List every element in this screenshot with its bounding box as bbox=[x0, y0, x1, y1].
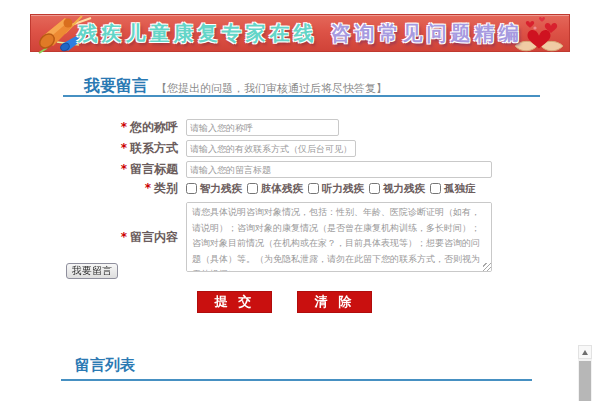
section-note: 【您提出的问题，我们审核通过后将尽快答复】 bbox=[156, 78, 387, 96]
title-label: *留言标题 bbox=[0, 161, 186, 178]
form-row-category: *类别 智力残疾 肢体残疾 听力残疾 视力残疾 孤独症 bbox=[0, 181, 481, 196]
category-label: *类别 bbox=[0, 180, 186, 197]
section-divider-bottom bbox=[61, 379, 532, 381]
message-content-textarea[interactable] bbox=[186, 202, 492, 272]
page: 残疾儿童康复专家在线 咨询常见问题精编 我要留言 【您提出的问题，我们审核通过后… bbox=[0, 0, 600, 401]
section-title-message-list: 留言列表 bbox=[75, 356, 135, 375]
required-marker: * bbox=[121, 120, 127, 134]
category-option-hearing[interactable]: 听力残疾 bbox=[308, 182, 364, 196]
name-input[interactable] bbox=[186, 119, 339, 136]
message-title-input[interactable] bbox=[186, 161, 492, 178]
category-checkbox-physical[interactable] bbox=[247, 183, 258, 194]
category-checkbox-hearing[interactable] bbox=[308, 183, 319, 194]
required-marker: * bbox=[121, 230, 127, 244]
vertical-scrollbar[interactable] bbox=[578, 345, 592, 401]
clear-button[interactable]: 清 除 bbox=[297, 291, 372, 313]
message-list-section-header: 留言列表 bbox=[75, 356, 135, 375]
field-label-title: 留言标题 bbox=[130, 162, 178, 176]
form-row-contact: *联系方式 bbox=[0, 140, 356, 157]
category-options: 智力残疾 肢体残疾 听力残疾 视力残疾 孤独症 bbox=[186, 182, 481, 196]
field-label-name: 您的称呼 bbox=[130, 120, 178, 134]
scrollbar-up-button[interactable] bbox=[578, 345, 592, 359]
submit-button[interactable]: 提 交 bbox=[197, 291, 272, 313]
required-marker: * bbox=[145, 181, 151, 195]
category-option-label: 智力残疾 bbox=[200, 182, 242, 196]
category-checkbox-intellectual[interactable] bbox=[186, 183, 197, 194]
required-marker: * bbox=[121, 141, 127, 155]
textarea-resize-handle[interactable] bbox=[483, 263, 491, 271]
scrollbar-up-arrow-icon bbox=[582, 350, 588, 355]
form-row-name: *您的称呼 bbox=[0, 119, 339, 136]
category-option-visual[interactable]: 视力残疾 bbox=[369, 182, 425, 196]
banner: 残疾儿童康复专家在线 咨询常见问题精编 bbox=[30, 14, 570, 52]
category-option-autism[interactable]: 孤独症 bbox=[430, 182, 476, 196]
scrollbar-thumb[interactable] bbox=[579, 361, 591, 401]
banner-title-part1: 残疾儿童康复专家在线 bbox=[78, 21, 318, 45]
contact-label: *联系方式 bbox=[0, 140, 186, 157]
category-option-label: 听力残疾 bbox=[322, 182, 364, 196]
contact-input[interactable] bbox=[186, 140, 356, 157]
category-option-physical[interactable]: 肢体残疾 bbox=[247, 182, 303, 196]
section-divider-top bbox=[63, 95, 540, 97]
category-checkbox-autism[interactable] bbox=[430, 183, 441, 194]
category-checkbox-visual[interactable] bbox=[369, 183, 380, 194]
category-option-intellectual[interactable]: 智力残疾 bbox=[186, 182, 242, 196]
field-label-contact: 联系方式 bbox=[130, 141, 178, 155]
form-row-title: *留言标题 bbox=[0, 161, 492, 178]
name-label: *您的称呼 bbox=[0, 119, 186, 136]
form-row-content: *留言内容 bbox=[0, 202, 492, 272]
banner-title: 残疾儿童康复专家在线 咨询常见问题精编 bbox=[78, 14, 523, 52]
category-option-label: 孤独症 bbox=[444, 182, 476, 196]
category-option-label: 肢体残疾 bbox=[261, 182, 303, 196]
content-label: *留言内容 bbox=[0, 229, 186, 246]
leave-message-button[interactable]: 我要留言 bbox=[66, 263, 118, 279]
field-label-content: 留言内容 bbox=[130, 230, 178, 244]
banner-title-part2: 咨询常见问题精编 bbox=[330, 21, 522, 45]
field-label-category: 类别 bbox=[154, 181, 178, 195]
message-form-section-header: 我要留言 【您提出的问题，我们审核通过后将尽快答复】 bbox=[84, 76, 387, 97]
required-marker: * bbox=[121, 162, 127, 176]
section-title-leave-message: 我要留言 bbox=[84, 76, 148, 97]
category-option-label: 视力残疾 bbox=[383, 182, 425, 196]
